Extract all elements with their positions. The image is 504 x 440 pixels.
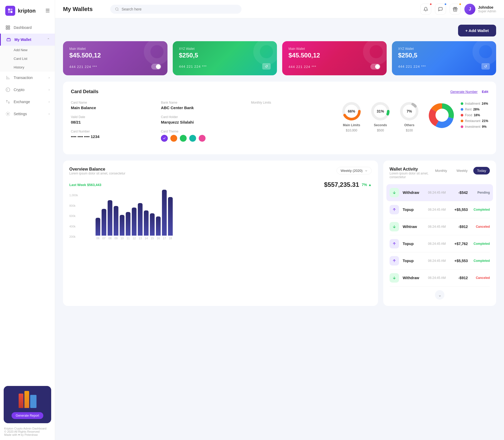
tab-monthly[interactable]: Monthly (431, 167, 451, 174)
legend-installment-dot (461, 102, 463, 105)
page-title: My Wallets (63, 6, 105, 13)
exchange-label: Exchange (14, 100, 30, 104)
activity-item-name: Withdraw (403, 190, 424, 195)
y-label-1: 1,000k (69, 194, 78, 197)
bar (156, 216, 161, 236)
card-name-field: Card Name Main Balance (71, 101, 153, 110)
donut2-sub: $500 (377, 129, 384, 132)
legend-rent-pct: 28% (473, 108, 480, 111)
sidebar: kripton ☰ Dashboard (0, 0, 55, 440)
wallet-card-3[interactable]: Main Wallet $45.500,12 444 221 224 *** (282, 41, 387, 75)
legend-restaurant: Restaurant 21% (461, 119, 488, 123)
card-details-actions: Generate Number Edit (450, 90, 488, 94)
sidebar-item-transaction[interactable]: Transaction › (0, 72, 55, 84)
bar-x-label: 08 (108, 237, 112, 240)
activity-item[interactable]: Withdraw06:24:45 AM-$912Canceled (390, 269, 490, 287)
scroll-down-area: ⌄ (390, 290, 490, 300)
bar-x-label: 15 (151, 237, 154, 240)
generate-number-link[interactable]: Generate Number (450, 90, 477, 94)
topup-icon (390, 256, 399, 266)
legend-installment-name: Installment (465, 102, 480, 105)
user-role: Super Admin (478, 9, 496, 13)
activity-item-time: 06:24:45 AM (428, 276, 446, 280)
activity-item[interactable]: Topup06:24:45 AM+$5,553Completed (390, 252, 490, 269)
search-bar (110, 5, 242, 14)
bar-col: 07 (102, 209, 106, 240)
bar (150, 213, 155, 236)
activity-item-time: 06:24:45 AM (428, 225, 446, 229)
period-selector-button[interactable]: Weekly (2020) (337, 167, 372, 174)
wc3-toggle[interactable] (370, 64, 380, 70)
activity-item-status: Pending (471, 191, 490, 194)
monthly-limits-label: Monthly Limits (251, 101, 333, 104)
sidebar-nav: Dashboard My Wallet ⌃ Add New (0, 22, 55, 381)
activity-item[interactable]: Withdraw06:24:45 AM-$542Pending (386, 184, 493, 201)
search-input[interactable] (122, 7, 237, 11)
y-label-3: 600k (69, 214, 78, 218)
notification-button[interactable] (420, 4, 431, 15)
exchange-chevron-icon: › (49, 100, 50, 104)
bar-icon (5, 75, 10, 80)
bar-col: 10 (120, 215, 124, 240)
theme-purple-dot[interactable] (161, 135, 168, 142)
logo-icon (5, 6, 15, 16)
scroll-down-button[interactable]: ⌄ (435, 290, 444, 300)
main-area: My Wallets (55, 0, 504, 440)
sidebar-item-crypto[interactable]: ₿ Crypto › (0, 84, 55, 96)
bar-col: 09 (114, 206, 118, 240)
overview-title-area: Overview Balance Lorem ipsum dolor sit a… (69, 167, 125, 179)
sidebar-item-exchange[interactable]: Exchange › (0, 96, 55, 108)
gift-badge (459, 3, 461, 6)
theme-green-dot[interactable] (180, 135, 187, 142)
bar-chart-inner: 06070809101112131415161718 (96, 194, 372, 246)
card-number-value: •••• •••• •••• 1234 (71, 134, 153, 139)
donut-seconds-svg: 31% (370, 101, 391, 122)
card-theme-field: Card Theme (161, 130, 243, 142)
promo-books-decoration (19, 391, 36, 408)
wc1-toggle[interactable] (151, 64, 161, 70)
generate-report-button[interactable]: Generate Report (12, 412, 43, 419)
legend-restaurant-pct: 21% (482, 119, 488, 123)
wc1-label: Main Wallet (69, 47, 161, 51)
tab-today[interactable]: Today (473, 167, 490, 174)
activity-item[interactable]: Topup06:24:45 AM+$7,762Completed (390, 235, 490, 252)
theme-pink-dot[interactable] (199, 135, 206, 142)
sidebar-item-my-wallet[interactable]: My Wallet ⌃ (0, 34, 55, 46)
bar-x-label: 11 (127, 237, 130, 240)
sidebar-item-dashboard[interactable]: Dashboard (0, 22, 55, 34)
wallet-card-1[interactable]: Main Wallet $45.500,12 444 221 224 *** (63, 41, 167, 75)
monthly-limits-field: Monthly Limits (251, 101, 333, 110)
tab-weekly[interactable]: Weekly (453, 167, 471, 174)
add-wallet-button[interactable]: + Add Wallet (458, 25, 496, 36)
hamburger-button[interactable]: ☰ (45, 8, 50, 14)
activity-item-time: 06:24:45 AM (428, 191, 446, 194)
card-details-body: Card Name Main Balance Bank Name ABC Cen… (71, 101, 488, 147)
wallet-activity-header: Wallet Activity Lorem ipsum dolor sit am… (390, 167, 490, 183)
sidebar-item-history[interactable]: History (0, 63, 55, 72)
withdraw-icon (390, 273, 399, 283)
bottom-row: Overview Balance Lorem ipsum dolor sit a… (63, 161, 496, 306)
theme-orange-dot[interactable] (170, 135, 177, 142)
activity-item[interactable]: Wihtraw06:24:45 AM-$912Canceled (390, 218, 490, 235)
card-themes (161, 135, 243, 142)
sidebar-item-settings[interactable]: Settings › (0, 108, 55, 120)
bar-col: 16 (156, 216, 161, 240)
wallet-card-2[interactable]: XYZ Wallet $250,5 444 221 224 *** ↺ (173, 41, 277, 75)
user-info[interactable]: J Johndoe Super Admin (464, 4, 496, 15)
message-button[interactable] (435, 4, 446, 15)
svg-rect-0 (8, 9, 10, 10)
edit-link[interactable]: Edit (482, 90, 488, 94)
sidebar-item-card-list[interactable]: Card List (0, 54, 55, 63)
bar (126, 212, 130, 236)
activity-item[interactable]: Topup06:24:45 AM+$5,553Completed (390, 201, 490, 218)
wallet-card-4[interactable]: XYZ Wallet $250,5 444 221 224 *** ↺ (392, 41, 496, 75)
gift-button[interactable] (450, 4, 461, 15)
header-icons: J Johndoe Super Admin (420, 4, 496, 15)
theme-teal-dot[interactable] (189, 135, 196, 142)
legend-rent-dot (461, 108, 463, 111)
donut3-sub: $100 (406, 129, 413, 132)
sidebar-item-add-new[interactable]: Add New (0, 46, 55, 54)
svg-rect-4 (6, 26, 7, 27)
overview-amount: $557,235.31 (324, 181, 359, 188)
wc2-number: 444 221 224 *** (179, 65, 207, 68)
